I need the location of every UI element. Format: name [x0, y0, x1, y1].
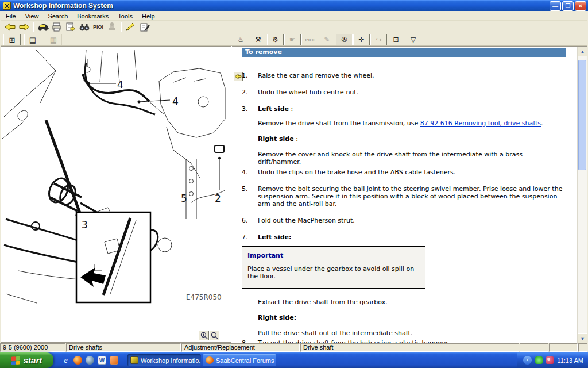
gears-button[interactable]: ⚙ [267, 34, 284, 45]
figure-code: E475R050 [186, 293, 222, 301]
wrench-button[interactable]: ⚒ [250, 34, 266, 45]
vehicle-data-button[interactable]: ♨ [233, 34, 249, 45]
menu-bookmarks[interactable]: Bookmarks [72, 12, 113, 20]
status-resize-grip [578, 343, 587, 352]
status-bar: 9-5 (9600) 2000 Drive shafts Adjustment/… [0, 343, 588, 352]
orange-app-icon[interactable] [110, 356, 118, 365]
status-extra-1 [520, 343, 548, 352]
menu-help[interactable]: Help [137, 12, 160, 20]
firefox-task-icon [206, 356, 214, 364]
status-vehicle: 9-5 (9600) 2000 [0, 343, 65, 352]
gears-icon: ⚙ [272, 36, 278, 44]
workshop-information-system-window: Workshop Information System — ❐ ✕ File V… [0, 0, 588, 368]
procedure-content: To remove 1. Raise the car and remove th… [232, 47, 577, 343]
filter-button[interactable]: ▽ [405, 34, 421, 45]
step-3-right-label: Right side : [258, 135, 564, 143]
zoom-out-button[interactable] [209, 331, 219, 340]
tray-collapse-icon[interactable]: ‹ [523, 356, 532, 365]
close-button[interactable]: ✕ [575, 1, 586, 11]
highlighter-pencil-icon [125, 22, 137, 32]
menu-search[interactable]: Search [43, 12, 72, 20]
internet-explorer-icon[interactable]: e [61, 356, 70, 365]
minimize-button[interactable]: — [550, 1, 561, 11]
vehicle-data-icon: ♨ [238, 36, 244, 44]
zoom-in-button[interactable] [199, 331, 209, 340]
vehicle-button[interactable] [36, 21, 50, 33]
tree-icon: ⊞ [9, 36, 16, 44]
start-button[interactable]: start [0, 352, 53, 368]
page-transfer-icon: ↪ [376, 36, 381, 44]
step-2: 2. Undo the wheel hub centre-nut. [242, 89, 564, 96]
menu-file[interactable]: File [1, 12, 21, 20]
network-status-icon[interactable] [535, 356, 543, 364]
step-3-right-para: Remove the cover and knock out the drive… [258, 151, 564, 166]
binoculars-icon [79, 22, 90, 32]
window-button[interactable]: ⊡ [388, 34, 404, 45]
document-view-tab[interactable]: ▤ [24, 34, 41, 45]
export-button[interactable] [64, 21, 78, 33]
back-arrow-icon [5, 22, 16, 32]
forward-arrow-icon [18, 22, 30, 32]
step-6: 6. Fold out the MacPherson strut. [242, 217, 564, 224]
callout-3: 3 [82, 219, 88, 231]
filter-icon: ▽ [411, 36, 416, 44]
removing-tool-link[interactable]: 87 92 616 Removing tool, drive shafts [420, 120, 541, 127]
firefox-icon[interactable] [74, 356, 82, 365]
task-buttons: Workshop Informatio... SaabCentral Forum… [127, 354, 276, 366]
workshop-tools-button[interactable]: ✇ [336, 34, 353, 45]
move-icon: ✛ [358, 36, 364, 44]
workshop-tools-icon: ✇ [341, 36, 347, 44]
important-title: Important [247, 252, 420, 259]
menu-view[interactable]: View [21, 12, 44, 20]
figure-zoom-controls [199, 331, 219, 340]
tree-view-tab[interactable]: ⊞ [3, 34, 21, 45]
wis-task-icon [130, 356, 138, 364]
scroll-up-button[interactable]: ▲ [578, 47, 587, 56]
section-header: To remove [242, 48, 566, 57]
menu-bar: File View Search Bookmarks Tools Help [1, 12, 587, 21]
antivirus-tray-icon[interactable] [546, 356, 554, 364]
note-button[interactable] [138, 21, 152, 33]
media-player-icon[interactable] [86, 356, 94, 365]
callout-4a: 4 [117, 79, 123, 90]
callout-4b: 4 [172, 95, 179, 107]
window-icon: ⊡ [393, 36, 399, 44]
pioi-button[interactable]: PIOI [91, 21, 105, 33]
print-button[interactable] [50, 21, 64, 33]
word-icon[interactable]: W [98, 356, 106, 365]
forward-button[interactable] [17, 21, 31, 33]
stamp-icon [107, 22, 117, 32]
step-7-right-para: Pull the drive shaft out of the intermed… [258, 329, 564, 337]
step-7-left-para: Extract the drive shaft from the gearbox… [258, 298, 564, 306]
zoom-in-icon [200, 332, 208, 339]
step-5: 5. Remove the bolt securing the ball joi… [242, 185, 564, 208]
task-workshop-information[interactable]: Workshop Informatio... [127, 354, 201, 366]
image-view-tab: ▦ [45, 34, 62, 45]
step-4: 4. Undo the clips on the brake hose and … [242, 168, 564, 176]
page-transfer-button: ↪ [370, 34, 387, 45]
note-pen-icon [139, 22, 150, 32]
scroll-down-button[interactable]: ▼ [578, 334, 587, 343]
step-7: 7. Left side: [242, 233, 564, 241]
document-icon: ▤ [29, 36, 36, 44]
step-7-right-label: Right side: [258, 314, 564, 321]
move-button[interactable]: ✛ [353, 34, 370, 45]
search-button[interactable] [78, 21, 91, 33]
status-section: Drive shafts [66, 343, 181, 352]
step-3-left-para: Remove the drive shaft from the transmis… [258, 120, 564, 127]
task-saabcentral-forums[interactable]: SaabCentral Forums -... [203, 354, 276, 366]
stamp-button-disabled [105, 21, 119, 33]
step-list: 1. Raise the car and remove the wheel. 2… [232, 57, 577, 343]
back-button[interactable] [3, 21, 17, 33]
image-icon: ▦ [50, 36, 57, 44]
content-scrollbar[interactable]: ▲ ▼ [577, 47, 587, 343]
content-toolbar: ♨ ⚒ ⚙ ☛ PIOI ✎ ✇ ✛ ↪ ⊡ ▽ [233, 34, 422, 45]
scrollbar-thumb[interactable] [578, 60, 586, 170]
pioi-content-button: PIOI [301, 34, 318, 45]
restore-button[interactable]: ❐ [562, 1, 574, 11]
highlight-button[interactable] [124, 21, 138, 33]
hand-service-button: ☛ [284, 34, 301, 45]
menu-tools[interactable]: Tools [113, 12, 137, 20]
status-extra-2 [549, 343, 578, 352]
status-subsection: Adjustment/Replacement [181, 343, 300, 352]
